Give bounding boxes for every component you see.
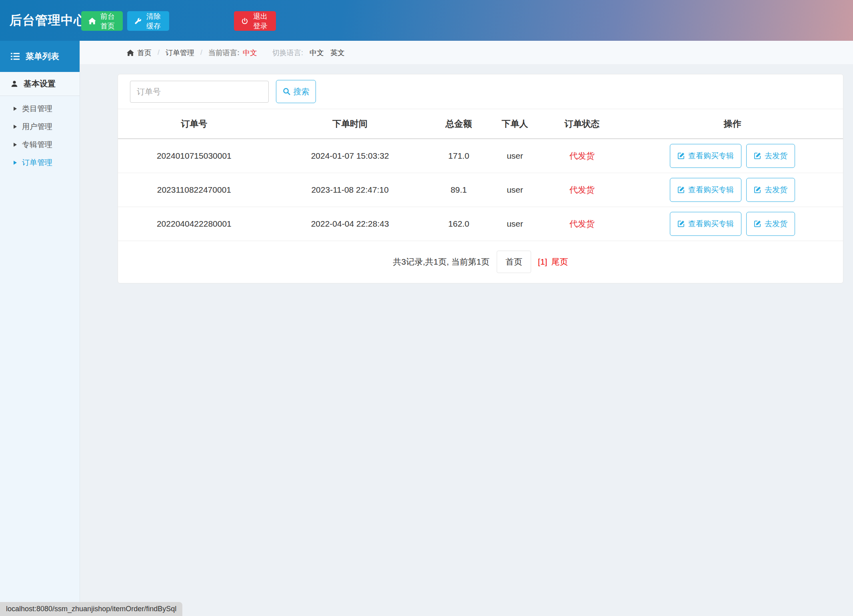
order-status-cell: 代发货 [542, 139, 622, 173]
order-row: 20220404222800012022-04-04 22:28:43162.0… [118, 207, 843, 241]
order-row: 20240107150300012024-01-07 15:03:32171.0… [118, 139, 843, 173]
caret-right-icon [14, 125, 17, 129]
switch-language-label: 切换语言: [272, 48, 303, 58]
edit-icon [754, 186, 761, 193]
search-button-label: 搜索 [294, 86, 310, 97]
pagination-last-page-link[interactable]: 尾页 [551, 256, 568, 267]
breadcrumb-home-link[interactable]: 首页 [127, 48, 152, 58]
orders-table-body: 20240107150300012024-01-07 15:03:32171.0… [118, 139, 843, 241]
pagination: 共3记录,共1页, 当前第1页 首页 [1] 尾页 [118, 241, 843, 283]
search-icon [283, 88, 291, 96]
amount-cell: 89.1 [430, 173, 488, 207]
sidebar: 菜单列表 基本设置 类目管理用户管理专辑管理订单管理 [0, 41, 80, 616]
sidebar-section-label: 基本设置 [24, 78, 56, 89]
sidebar-item-label: 订单管理 [22, 157, 52, 168]
breadcrumb-page-link[interactable]: 订单管理 [166, 48, 194, 58]
view-purchased-album-button[interactable]: 查看购买专辑 [670, 144, 741, 168]
clear-cache-button[interactable]: 清除缓存 [127, 11, 169, 31]
sidebar-menu-header: 菜单列表 [0, 41, 80, 72]
orders-panel: 搜索 订单号 下单时间 总金额 下单人 订单状态 操作 [118, 74, 843, 283]
sidebar-item-label: 类目管理 [22, 104, 52, 114]
buyer-cell: user [488, 139, 542, 173]
view-purchased-album-button[interactable]: 查看购买专辑 [670, 212, 741, 236]
sidebar-item-订单管理[interactable]: 订单管理 [0, 154, 80, 171]
order-no-cell: 2023110822470001 [118, 173, 270, 207]
wrench-icon [134, 18, 142, 25]
column-status: 订单状态 [542, 109, 622, 139]
view-purchased-album-button[interactable]: 查看购买专辑 [670, 178, 741, 202]
search-button[interactable]: 搜索 [276, 80, 316, 103]
edit-icon [754, 152, 761, 159]
language-option-chinese[interactable]: 中文 [310, 48, 324, 58]
breadcrumb-page-label: 订单管理 [166, 48, 194, 58]
order-no-cell: 2022040422280001 [118, 207, 270, 241]
buyer-cell: user [488, 173, 542, 207]
sidebar-item-类目管理[interactable]: 类目管理 [0, 100, 80, 118]
clear-cache-label: 清除缓存 [145, 12, 162, 31]
order-time-cell: 2022-04-04 22:28:43 [270, 207, 430, 241]
sidebar-item-label: 用户管理 [22, 122, 52, 132]
column-buyer: 下单人 [488, 109, 542, 139]
search-bar: 搜索 [118, 74, 843, 109]
home-icon [88, 18, 96, 24]
language-option-english[interactable]: 英文 [330, 48, 345, 58]
pagination-current-page[interactable]: [1] [538, 257, 547, 267]
content-area: 首页 / 订单管理 / 当前语言: 中文 切换语言: 中文 英文 搜索 [80, 41, 853, 616]
breadcrumb-separator: / [158, 48, 160, 57]
buyer-cell: user [488, 207, 542, 241]
ship-order-button[interactable]: 去发货 [746, 212, 795, 236]
order-time-cell: 2023-11-08 22:47:10 [270, 173, 430, 207]
column-amount: 总金额 [430, 109, 488, 139]
caret-right-icon [14, 107, 17, 111]
pagination-first-page-button[interactable]: 首页 [497, 251, 531, 273]
power-icon [241, 18, 248, 25]
breadcrumb: 首页 / 订单管理 / 当前语言: 中文 切换语言: 中文 英文 [80, 41, 853, 65]
list-icon [11, 53, 20, 60]
edit-icon [677, 186, 685, 193]
current-language-label: 当前语言: [208, 48, 240, 58]
orders-table: 订单号 下单时间 总金额 下单人 订单状态 操作 202401071503000… [118, 109, 843, 241]
action-button-label: 去发货 [765, 151, 787, 161]
home-icon [127, 50, 134, 56]
sidebar-item-用户管理[interactable]: 用户管理 [0, 118, 80, 136]
column-order-no: 订单号 [118, 109, 270, 139]
ship-order-button[interactable]: 去发货 [746, 178, 795, 202]
app-title: 后台管理中心 [10, 0, 86, 41]
actions-cell: 查看购买专辑去发货 [622, 173, 843, 207]
app-header: 后台管理中心 前台首页 清除缓存 退出登录 [0, 0, 853, 41]
ship-order-button[interactable]: 去发货 [746, 144, 795, 168]
sidebar-menu-header-label: 菜单列表 [26, 51, 59, 62]
order-no-search-input[interactable] [130, 81, 269, 103]
order-time-cell: 2024-01-07 15:03:32 [270, 139, 430, 173]
column-order-time: 下单时间 [270, 109, 430, 139]
order-row: 20231108224700012023-11-08 22:47:1089.1u… [118, 173, 843, 207]
pagination-summary: 共3记录,共1页, 当前第1页 [393, 256, 490, 267]
sidebar-item-专辑管理[interactable]: 专辑管理 [0, 136, 80, 154]
edit-icon [677, 220, 685, 227]
breadcrumb-home-label: 首页 [137, 48, 152, 58]
action-button-label: 查看购买专辑 [688, 185, 734, 195]
logout-label: 退出登录 [252, 12, 269, 31]
frontend-home-label: 前台首页 [100, 12, 116, 31]
table-header-row: 订单号 下单时间 总金额 下单人 订单状态 操作 [118, 109, 843, 139]
sidebar-item-label: 专辑管理 [22, 140, 52, 150]
current-language-value: 中文 [243, 48, 257, 58]
frontend-home-button[interactable]: 前台首页 [81, 11, 123, 31]
sidebar-section-basic-settings[interactable]: 基本设置 [0, 72, 80, 96]
edit-icon [754, 220, 761, 227]
action-button-label: 查看购买专辑 [688, 151, 734, 161]
actions-cell: 查看购买专辑去发货 [622, 207, 843, 241]
amount-cell: 162.0 [430, 207, 488, 241]
amount-cell: 171.0 [430, 139, 488, 173]
logout-button[interactable]: 退出登录 [234, 11, 276, 31]
browser-status-url: localhost:8080/ssm_zhuanjishop/itemOrder… [0, 602, 182, 616]
caret-right-icon [14, 143, 17, 147]
order-status-cell: 代发货 [542, 173, 622, 207]
action-button-label: 去发货 [765, 185, 787, 195]
actions-cell: 查看购买专辑去发货 [622, 139, 843, 173]
order-no-cell: 2024010715030001 [118, 139, 270, 173]
breadcrumb-separator: / [200, 48, 202, 57]
caret-right-icon [14, 161, 17, 165]
sidebar-menu-items: 类目管理用户管理专辑管理订单管理 [0, 100, 80, 171]
edit-icon [677, 152, 685, 159]
